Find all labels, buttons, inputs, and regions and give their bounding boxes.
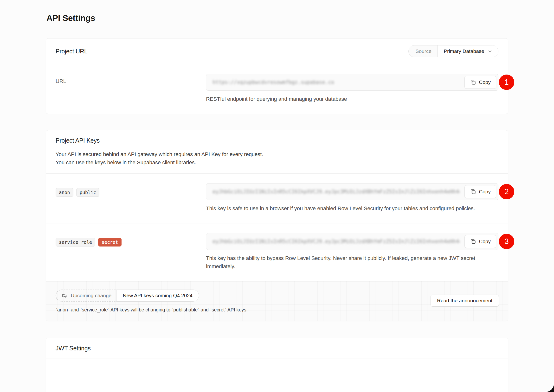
jwt-card-header: JWT Settings xyxy=(46,338,508,359)
upcoming-change-note: `anon` and `service_role` API keys will … xyxy=(56,307,498,313)
anon-badges-col: anon public xyxy=(56,183,206,213)
source-selected-option: Primary Database xyxy=(444,48,484,54)
project-url-card: Project URL Source Primary Database URL … xyxy=(46,38,508,114)
megaphone-icon xyxy=(62,293,68,298)
service-role-key-value: eyJhbGciOiJIUzI1NiIsInR5cCI6IkpXVCJ9.eyJ… xyxy=(213,238,460,244)
anon-key-col: eyJhbGciOiJIUzI1NiIsInR5cCI6IkpXVCJ9.eyJ… xyxy=(206,183,498,213)
service-role-key-description: This key has the ability to bypass Row L… xyxy=(206,254,490,271)
api-settings-page: API Settings Project URL Source Primary … xyxy=(46,0,508,392)
copy-anon-key-button[interactable]: Copy xyxy=(464,185,496,198)
source-selector-label: Source xyxy=(409,45,438,57)
url-label: URL xyxy=(56,78,66,84)
project-url-row: URL https://xqzupbwcdvresowmfbgz.supabas… xyxy=(46,64,508,114)
jwt-card-body xyxy=(46,359,508,368)
jwt-settings-card: JWT Settings xyxy=(46,338,508,392)
upcoming-change-value: New API keys coming Q4 2024 xyxy=(116,290,199,301)
anon-badges: anon public xyxy=(56,188,206,197)
page-title: API Settings xyxy=(46,13,508,23)
upcoming-change-pill-left: Upcoming change xyxy=(56,290,116,301)
anon-key-field[interactable]: eyJhbGciOiJIUzI1NiIsInR5cCI6IkpXVCJ9.eyJ… xyxy=(206,183,498,200)
anon-key-row: anon public eyJhbGciOiJIUzI1NiIsInR5cCI6… xyxy=(46,174,508,223)
step-badge-3: 3 xyxy=(499,234,514,249)
project-url-description: RESTful endpoint for querying and managi… xyxy=(206,95,490,103)
copy-icon xyxy=(470,238,476,245)
api-keys-card-title: Project API Keys xyxy=(56,137,498,144)
upcoming-change-pill: Upcoming change New API keys coming Q4 2… xyxy=(56,290,199,301)
step-badge-2: 2 xyxy=(499,184,514,199)
read-announcement-button[interactable]: Read the announcement xyxy=(431,294,499,307)
source-selector[interactable]: Source Primary Database xyxy=(408,45,498,57)
service-role-key-row: service_role secret eyJhbGciOiJIUzI1NiIs… xyxy=(46,223,508,281)
service-role-badges-col: service_role secret xyxy=(56,233,206,271)
screen-corner-mask xyxy=(520,358,554,392)
secret-badge: secret xyxy=(98,238,121,246)
url-label-col: URL xyxy=(56,74,206,103)
api-keys-description-line2: You can use the keys below in the Supaba… xyxy=(56,159,498,167)
copy-url-button[interactable]: Copy xyxy=(464,76,496,89)
copy-service-role-key-button[interactable]: Copy xyxy=(464,235,496,248)
chevron-down-icon xyxy=(488,49,492,54)
api-keys-description: Your API is secured behind an API gatewa… xyxy=(56,150,498,167)
project-url-value: https://xqzupbwcdvresowmfbgz.supabase.co xyxy=(213,79,334,85)
service-role-badge: service_role xyxy=(56,238,95,246)
source-selector-value[interactable]: Primary Database xyxy=(438,45,498,57)
service-role-key-field[interactable]: eyJhbGciOiJIUzI1NiIsInR5cCI6IkpXVCJ9.eyJ… xyxy=(206,233,498,250)
service-role-key-col: eyJhbGciOiJIUzI1NiIsInR5cCI6IkpXVCJ9.eyJ… xyxy=(206,233,498,271)
project-url-card-title: Project URL xyxy=(56,48,88,55)
api-keys-description-line1: Your API is secured behind an API gatewa… xyxy=(56,150,498,159)
public-badge: public xyxy=(76,188,100,197)
anon-key-value: eyJhbGciOiJIUzI1NiIsInR5cCI6IkpXVCJ9.eyJ… xyxy=(213,189,460,195)
copy-icon xyxy=(470,79,476,85)
project-url-card-header: Project URL Source Primary Database xyxy=(46,38,508,64)
anon-badge: anon xyxy=(56,188,73,197)
upcoming-change-label: Upcoming change xyxy=(71,293,111,298)
url-field-col: https://xqzupbwcdvresowmfbgz.supabase.co… xyxy=(206,74,498,103)
copy-service-role-key-label: Copy xyxy=(479,238,491,244)
copy-icon xyxy=(470,189,476,195)
copy-anon-key-label: Copy xyxy=(479,189,491,195)
step-badge-1: 1 xyxy=(499,75,514,90)
anon-key-description: This key is safe to use in a browser if … xyxy=(206,204,490,213)
api-keys-card-header: Project API Keys Your API is secured beh… xyxy=(46,130,508,174)
copy-url-label: Copy xyxy=(479,79,491,85)
jwt-card-title: JWT Settings xyxy=(56,345,91,352)
service-role-badges: service_role secret xyxy=(56,237,206,246)
project-url-field[interactable]: https://xqzupbwcdvresowmfbgz.supabase.co… xyxy=(206,74,498,91)
project-api-keys-card: Project API Keys Your API is secured beh… xyxy=(46,130,508,321)
upcoming-change-footer: Upcoming change New API keys coming Q4 2… xyxy=(46,281,508,321)
